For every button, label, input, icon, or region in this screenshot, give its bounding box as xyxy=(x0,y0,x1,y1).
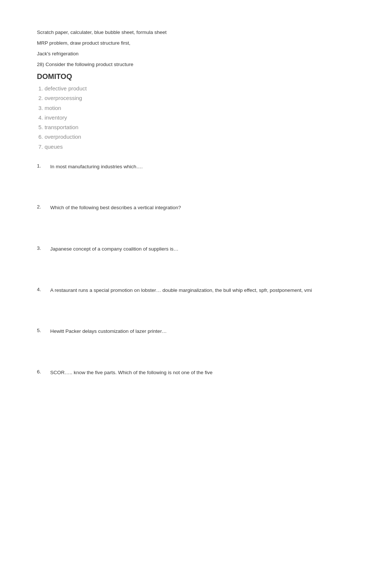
intro-line-1: Scratch paper, calculater, blue bubble s… xyxy=(37,30,355,35)
question-number-4: 4. xyxy=(37,286,50,292)
domitoq-item-7: 7. queues xyxy=(37,142,355,152)
question-text-3: Japanese concept of a company coalition … xyxy=(50,245,178,253)
question-item-5: 5.Hewitt Packer delays customization of … xyxy=(37,327,355,335)
question-item-2: 2.Which of the following best describes … xyxy=(37,204,355,212)
question-number-1: 1. xyxy=(37,163,50,169)
question-text-2: Which of the following best describes a … xyxy=(50,204,181,212)
question-number-2: 2. xyxy=(37,204,50,210)
question-text-5: Hewitt Packer delays customization of la… xyxy=(50,327,167,335)
question-text-1: In most manufacturing industries which…. xyxy=(50,163,143,171)
domitoq-section: DOMITOQ 1. defective product2. overproce… xyxy=(37,72,355,152)
intro-line-3: Jack's refrigeration xyxy=(37,51,355,56)
domitoq-item-1: 1. defective product xyxy=(37,84,355,93)
questions-section: 1.In most manufacturing industries which… xyxy=(37,163,355,377)
question-item-4: 4.A restaurant runs a special promotion … xyxy=(37,286,355,294)
question-text-6: SCOR….. know the five parts. Which of th… xyxy=(50,369,213,377)
domitoq-item-6: 6. overproduction xyxy=(37,132,355,142)
question-item-1: 1.In most manufacturing industries which… xyxy=(37,163,355,171)
question-text-4: A restaurant runs a special promotion on… xyxy=(50,286,312,294)
intro-line-2: MRP problem, draw product structure firs… xyxy=(37,40,355,46)
question-item-6: 6.SCOR….. know the five parts. Which of … xyxy=(37,369,355,377)
domitoq-item-4: 4. inventory xyxy=(37,113,355,123)
domitoq-item-3: 3. motion xyxy=(37,103,355,113)
question-item-3: 3.Japanese concept of a company coalitio… xyxy=(37,245,355,253)
domitoq-item-2: 2. overprocessing xyxy=(37,93,355,103)
question-number-3: 3. xyxy=(37,245,50,251)
question-number-5: 5. xyxy=(37,327,50,333)
question-number-6: 6. xyxy=(37,369,50,375)
domitoq-heading: DOMITOQ xyxy=(37,72,355,81)
intro-line-4: 28) Consider the following product struc… xyxy=(37,62,355,67)
domitoq-list: 1. defective product2. overprocessing3. … xyxy=(37,84,355,152)
domitoq-item-5: 5. transportation xyxy=(37,123,355,132)
